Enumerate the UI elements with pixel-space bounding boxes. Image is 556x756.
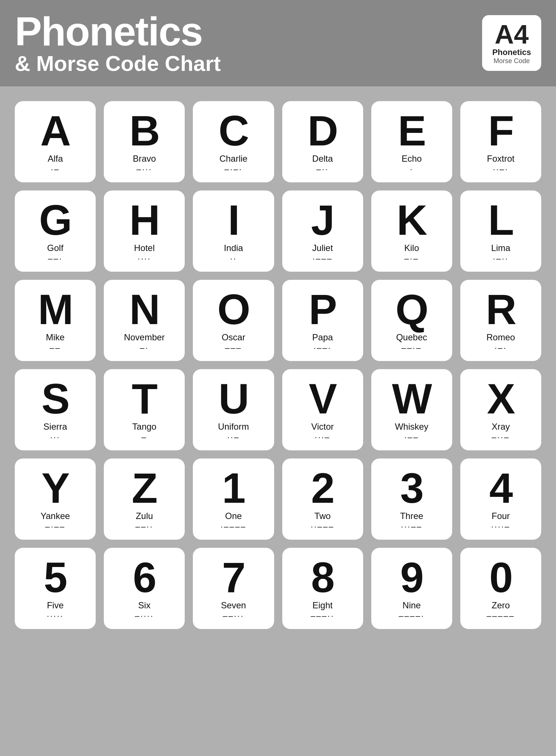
card-morse-code: –·– bbox=[404, 254, 419, 264]
card-morse-code: ····· bbox=[47, 611, 64, 621]
card-symbol: C bbox=[218, 110, 248, 152]
card-symbol: O bbox=[217, 288, 249, 331]
card-symbol: 8 bbox=[311, 556, 334, 599]
card-symbol: 6 bbox=[133, 556, 156, 599]
card-morse-code: –··· bbox=[136, 165, 152, 174]
card-symbol: E bbox=[398, 110, 426, 152]
card-symbol: J bbox=[311, 199, 334, 241]
card-symbol: 4 bbox=[489, 467, 512, 509]
card-phonetic-name: Foxtrot bbox=[487, 154, 515, 164]
phonetic-card-papa: PPapa·––· bbox=[282, 280, 363, 361]
phonetic-card-five: 5Five····· bbox=[15, 548, 96, 629]
card-phonetic-name: November bbox=[124, 332, 165, 343]
card-morse-code: ·–·· bbox=[493, 254, 509, 264]
card-morse-code: ––·– bbox=[402, 343, 422, 353]
badge-phonetics-label: Phonetics bbox=[490, 48, 534, 57]
card-phonetic-name: Hotel bbox=[134, 243, 155, 253]
card-symbol: H bbox=[129, 199, 159, 241]
card-phonetic-name: One bbox=[225, 511, 242, 521]
card-morse-code: ––·· bbox=[135, 522, 153, 532]
badge-morse-label: Morse Code bbox=[490, 57, 534, 65]
card-phonetic-name: Mike bbox=[46, 332, 65, 343]
card-phonetic-name: Three bbox=[400, 511, 423, 521]
card-symbol: I bbox=[228, 199, 239, 241]
card-morse-code: ··– bbox=[227, 433, 239, 442]
phonetic-card-zulu: ZZulu––·· bbox=[104, 458, 185, 540]
card-symbol: M bbox=[38, 288, 73, 331]
card-symbol: W bbox=[392, 378, 432, 420]
phonetic-card-charlie: CCharlie–·–· bbox=[193, 101, 274, 182]
card-symbol: L bbox=[488, 199, 513, 241]
card-phonetic-name: Xray bbox=[492, 422, 510, 432]
card-morse-code: ··· bbox=[50, 433, 60, 442]
phonetic-card-juliet: JJuliet·––– bbox=[282, 190, 363, 272]
phonetic-card-whiskey: WWhiskey·–– bbox=[371, 369, 452, 450]
card-phonetic-name: Two bbox=[314, 511, 331, 521]
card-morse-code: –––·· bbox=[311, 611, 334, 621]
card-symbol: G bbox=[39, 199, 71, 241]
phonetic-card-golf: GGolf––· bbox=[15, 190, 96, 272]
card-symbol: 5 bbox=[44, 556, 67, 599]
phonetic-card-seven: 7Seven––··· bbox=[193, 548, 274, 629]
card-morse-code: ···–– bbox=[401, 522, 422, 532]
card-symbol: D bbox=[308, 110, 338, 152]
card-phonetic-name: Nine bbox=[403, 600, 421, 611]
sub-title: & Morse Code Chart bbox=[15, 52, 221, 75]
phonetic-card-oscar: OOscar––– bbox=[193, 280, 274, 361]
card-morse-code: ––––· bbox=[399, 611, 424, 621]
card-phonetic-name: Five bbox=[47, 600, 64, 611]
card-phonetic-name: Bravo bbox=[133, 154, 156, 164]
phonetics-grid: AAlfa·–BBravo–···CCharlie–·–·DDelta–··EE… bbox=[0, 86, 556, 644]
page-header: Phonetics & Morse Code Chart A4 Phonetic… bbox=[0, 0, 556, 86]
card-morse-code: ––··· bbox=[223, 611, 244, 621]
card-phonetic-name: Eight bbox=[313, 600, 333, 611]
card-morse-code: ––– bbox=[225, 343, 242, 353]
card-morse-code: –··– bbox=[492, 433, 510, 442]
card-symbol: F bbox=[488, 110, 513, 152]
card-morse-code: –– bbox=[50, 343, 61, 353]
card-morse-code: ·–– bbox=[404, 433, 419, 442]
header-title-block: Phonetics & Morse Code Chart bbox=[15, 11, 221, 75]
phonetic-card-six: 6Six–···· bbox=[104, 548, 185, 629]
phonetic-card-delta: DDelta–·· bbox=[282, 101, 363, 182]
phonetic-card-romeo: RRomeo·–· bbox=[460, 280, 541, 361]
card-symbol: B bbox=[129, 110, 159, 152]
card-symbol: X bbox=[487, 378, 515, 420]
phonetic-card-three: 3Three···–– bbox=[371, 458, 452, 540]
card-symbol: S bbox=[41, 378, 69, 420]
card-symbol: N bbox=[129, 288, 159, 331]
phonetic-card-one: 1One·–––– bbox=[193, 458, 274, 540]
card-symbol: V bbox=[309, 378, 337, 420]
card-symbol: 9 bbox=[400, 556, 423, 599]
card-morse-code: ···· bbox=[138, 254, 151, 264]
card-phonetic-name: Charlie bbox=[219, 154, 248, 164]
phonetic-card-alfa: AAlfa·– bbox=[15, 101, 96, 182]
phonetic-card-mike: MMike–– bbox=[15, 280, 96, 361]
card-morse-code: ––· bbox=[48, 254, 63, 264]
phonetic-card-bravo: BBravo–··· bbox=[104, 101, 185, 182]
phonetic-card-foxtrot: FFoxtrot··–· bbox=[460, 101, 541, 182]
card-morse-code: –· bbox=[140, 343, 149, 353]
card-morse-code: –·–– bbox=[45, 522, 65, 532]
phonetic-card-tango: TTango– bbox=[104, 369, 185, 450]
card-symbol: K bbox=[397, 199, 427, 241]
card-phonetic-name: Lima bbox=[491, 243, 510, 253]
phonetic-card-yankee: YYankee–·–– bbox=[15, 458, 96, 540]
card-symbol: 0 bbox=[489, 556, 512, 599]
phonetic-card-lima: LLima·–·· bbox=[460, 190, 541, 272]
card-morse-code: – bbox=[141, 433, 147, 442]
phonetic-card-november: NNovember–· bbox=[104, 280, 185, 361]
card-phonetic-name: Romeo bbox=[487, 332, 515, 343]
card-morse-code: –·–· bbox=[225, 165, 243, 174]
card-symbol: R bbox=[486, 288, 516, 331]
card-phonetic-name: Echo bbox=[402, 154, 422, 164]
card-morse-code: ·· bbox=[230, 254, 237, 264]
main-title: Phonetics bbox=[15, 11, 221, 52]
card-symbol: 2 bbox=[311, 467, 334, 509]
card-morse-code: ·–· bbox=[495, 343, 507, 353]
card-phonetic-name: Zulu bbox=[136, 511, 153, 521]
card-phonetic-name: Seven bbox=[221, 600, 246, 611]
card-morse-code: ·––– bbox=[313, 254, 333, 264]
phonetic-card-uniform: UUniform··– bbox=[193, 369, 274, 450]
card-phonetic-name: Six bbox=[138, 600, 150, 611]
